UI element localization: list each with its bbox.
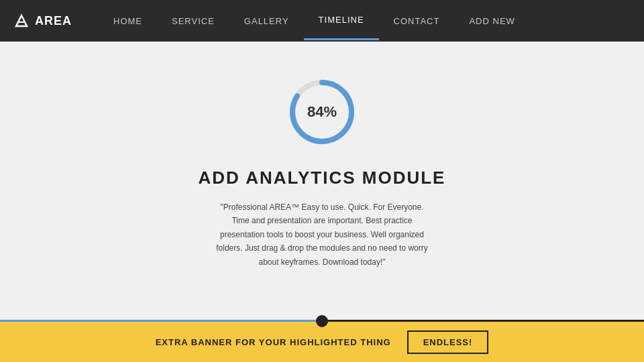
logo[interactable]: AREA (13, 13, 72, 29)
section-title: ADD ANALYTICS MODULE (199, 168, 446, 188)
nav-item-contact[interactable]: CONTACT (379, 3, 455, 40)
timeline-progress (0, 320, 322, 322)
nav-item-gallery[interactable]: GALLERY (229, 3, 304, 40)
timeline-dot (316, 315, 328, 327)
banner-text: EXTRA BANNER FOR YOUR HIGHLIGHTED THING (156, 337, 391, 347)
logo-text: AREA (35, 14, 72, 28)
section-description: "Professional AREA™ Easy to use. Quick. … (211, 200, 433, 269)
logo-icon (13, 13, 30, 29)
banner-button[interactable]: ENDLESS! (407, 330, 489, 354)
nav-item-addnew[interactable]: ADD NEW (454, 3, 529, 40)
nav-item-home[interactable]: HOME (99, 3, 157, 40)
nav-item-service[interactable]: SERVICE (157, 3, 229, 40)
progress-label: 84% (307, 103, 337, 121)
progress-circle: 84% (285, 75, 359, 149)
timeline-bar (0, 310, 644, 322)
svg-marker-0 (16, 15, 27, 26)
nav-links: HOME SERVICE GALLERY TIMELINE CONTACT AD… (99, 1, 631, 40)
navbar: AREA HOME SERVICE GALLERY TIMELINE CONTA… (0, 0, 644, 42)
nav-item-timeline[interactable]: TIMELINE (304, 1, 379, 40)
timeline-track (0, 320, 644, 322)
main-section: 84% ADD ANALYTICS MODULE "Professional A… (0, 42, 644, 322)
bottom-banner: EXTRA BANNER FOR YOUR HIGHLIGHTED THING … (0, 322, 644, 362)
